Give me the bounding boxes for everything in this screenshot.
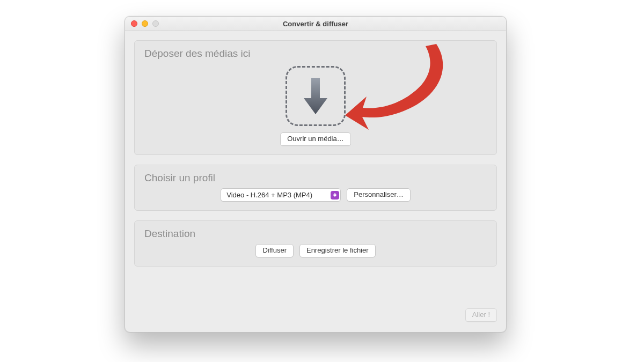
profile-selected-value: Video - H.264 + MP3 (MP4) <box>226 191 326 199</box>
profile-select[interactable]: Video - H.264 + MP3 (MP4) <box>221 188 341 202</box>
minimize-icon[interactable] <box>142 20 148 27</box>
traffic-lights <box>125 20 159 27</box>
open-media-button[interactable]: Ouvrir un média… <box>280 132 350 146</box>
destination-section: Destination Diffuser Enregistrer le fich… <box>134 220 497 267</box>
download-arrow-icon <box>303 77 328 115</box>
titlebar: Convertir & diffuser <box>125 17 506 31</box>
profile-heading: Choisir un profil <box>144 172 488 184</box>
window-title: Convertir & diffuser <box>125 20 506 28</box>
drop-target[interactable] <box>286 66 346 126</box>
save-file-button[interactable]: Enregistrer le fichier <box>299 244 376 257</box>
customize-profile-button[interactable]: Personnaliser… <box>347 188 411 202</box>
drop-heading: Déposer des médias ici <box>144 48 488 60</box>
updown-chevron-icon <box>331 191 339 200</box>
go-button: Aller ! <box>465 308 497 322</box>
destination-row: Diffuser Enregistrer le fichier <box>143 244 488 257</box>
close-icon[interactable] <box>131 20 137 27</box>
stream-button[interactable]: Diffuser <box>255 244 294 257</box>
destination-heading: Destination <box>144 228 488 240</box>
dialog-window: Convertir & diffuser Déposer des médias … <box>125 16 507 333</box>
drop-section: Déposer des médias ici <box>134 40 497 155</box>
zoom-icon <box>152 20 159 27</box>
drop-zone[interactable]: Ouvrir un média… <box>143 64 488 146</box>
profile-row: Video - H.264 + MP3 (MP4) Personnaliser… <box>143 188 488 202</box>
profile-section: Choisir un profil Video - H.264 + MP3 (M… <box>134 165 497 211</box>
footer: Aller ! <box>465 308 497 322</box>
window-content: Déposer des médias ici <box>125 31 506 285</box>
